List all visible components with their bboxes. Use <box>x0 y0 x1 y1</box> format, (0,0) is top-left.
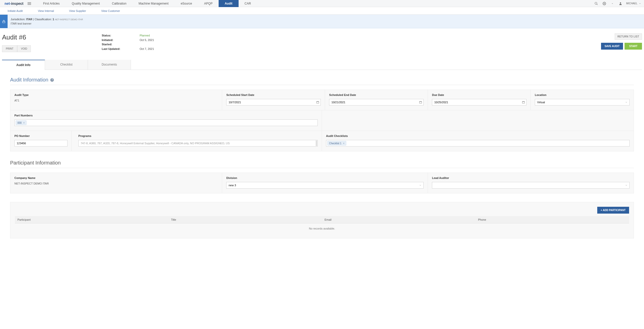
audit-checklists-input[interactable]: Checklist 1× <box>326 140 630 147</box>
sub-nav: Initiate Audit View Internal View Suppli… <box>0 7 644 15</box>
svg-rect-13 <box>522 101 525 104</box>
svg-rect-9 <box>420 101 422 104</box>
field-division: Division <box>222 173 428 193</box>
status-status-label: Status: <box>102 33 140 38</box>
status-initiated-value: Oct 5, 2021 <box>140 38 154 43</box>
participant-table: Participant Title Email Phone No records… <box>15 216 629 234</box>
svg-point-0 <box>595 2 597 4</box>
location-select[interactable] <box>535 99 630 106</box>
scheduled-end-label: Scheduled End Date <box>329 93 424 96</box>
divider <box>10 168 634 168</box>
field-scheduled-end: Scheduled End Date <box>325 90 428 110</box>
col-email[interactable]: Email <box>322 216 476 223</box>
menu-icon[interactable] <box>28 2 31 5</box>
chevron-down-icon[interactable] <box>625 101 628 104</box>
lead-auditor-select[interactable] <box>432 182 630 189</box>
nav-apqp[interactable]: APQP <box>198 0 219 7</box>
status-started-label: Started: <box>102 42 140 47</box>
return-to-list-button[interactable]: RETURN TO LIST <box>615 33 642 40</box>
subnav-view-customer[interactable]: View Customer <box>94 7 127 14</box>
status-updated-value: Oct 7, 2021 <box>140 47 154 51</box>
company-name-label: Company Name <box>14 176 218 179</box>
add-participant-button[interactable]: + ADD PARTICIPANT <box>597 207 629 214</box>
banner-classification-value: 1 <box>53 18 54 21</box>
audit-info-title-text: Audit Information <box>10 77 48 83</box>
empty-state: No records available. <box>15 223 629 234</box>
audit-type-label: Audit Type <box>14 93 218 96</box>
void-button[interactable]: VOID <box>17 45 31 52</box>
svg-rect-4 <box>3 21 5 23</box>
logo-part1: net <box>5 2 10 6</box>
svg-line-1 <box>596 4 597 5</box>
chevron-down-icon[interactable] <box>419 184 422 187</box>
audit-info-title: Audit Information ? <box>10 77 634 83</box>
gear-icon[interactable] <box>602 1 607 6</box>
division-label: Division <box>226 176 424 179</box>
svg-point-3 <box>620 2 621 4</box>
top-right: MICHAEL <box>594 1 644 6</box>
nav-car[interactable]: CAR <box>239 0 257 7</box>
po-number-input[interactable] <box>14 140 67 147</box>
col-title[interactable]: Title <box>169 216 322 223</box>
gear-chevron-icon[interactable] <box>610 1 615 6</box>
calendar-icon[interactable] <box>419 101 422 104</box>
scheduled-end-input[interactable] <box>329 99 424 106</box>
logo-part2: inspect <box>11 2 24 6</box>
banner-jurisdiction-label: Jurisdiction: <box>11 18 25 21</box>
banner-subtitle: ITAR test banner <box>11 22 83 26</box>
tab-audit-info[interactable]: Audit Info <box>2 60 45 70</box>
due-date-input[interactable] <box>432 99 526 106</box>
part-numbers-input[interactable]: 000× <box>14 119 318 126</box>
participant-info-title: Participant Information <box>10 160 634 166</box>
field-lead-auditor: Lead Auditor <box>428 173 634 193</box>
scheduled-start-input[interactable] <box>226 99 321 106</box>
chevron-down-icon[interactable] <box>625 184 628 187</box>
chevron-down-icon <box>639 3 641 5</box>
part-number-chip-label: 000 <box>17 121 22 124</box>
banner-text: Jurisdiction: ITAR | Classification: 1 N… <box>8 15 86 28</box>
tab-documents[interactable]: Documents <box>88 60 131 70</box>
itar-banner: Jurisdiction: ITAR | Classification: 1 N… <box>0 15 644 28</box>
calendar-icon[interactable] <box>316 101 319 104</box>
close-icon[interactable]: × <box>23 121 25 124</box>
divider <box>10 85 634 85</box>
user-icon[interactable] <box>618 1 623 6</box>
field-due-date: Due Date <box>428 90 531 110</box>
po-number-label: PO Number <box>14 134 67 137</box>
status-updated-label: Last Updated: <box>102 47 140 51</box>
lead-auditor-label: Lead Auditor <box>432 176 630 179</box>
nav-first-articles[interactable]: First Articles <box>37 0 66 7</box>
save-audit-button[interactable]: SAVE AUDIT <box>601 43 623 50</box>
subnav-initiate-audit[interactable]: Initiate Audit <box>0 7 30 14</box>
po-programs-wrapper: PO Number Programs 747-8, A380, 787, A32… <box>10 131 322 151</box>
close-icon[interactable]: × <box>343 142 344 145</box>
lock-icon <box>0 15 8 28</box>
col-participant[interactable]: Participant <box>15 216 169 223</box>
tabs: Audit Info Checklist Documents <box>2 60 642 70</box>
nav-audit[interactable]: Audit <box>219 0 239 7</box>
logo[interactable]: net-inspect <box>0 2 27 6</box>
user-menu[interactable]: MICHAEL <box>626 2 641 5</box>
checklist-chip-label: Checklist 1 <box>329 142 341 145</box>
start-button[interactable]: START <box>625 43 642 50</box>
scheduled-start-label: Scheduled Start Date <box>226 93 321 96</box>
col-phone[interactable]: Phone <box>476 216 629 223</box>
nav-machine-management[interactable]: Machine Management <box>132 0 175 7</box>
part-numbers-label: Part Numbers <box>14 114 318 117</box>
field-scheduled-start: Scheduled Start Date <box>222 90 325 110</box>
field-po-number: PO Number <box>10 131 72 151</box>
programs-input[interactable]: 747-8, A380, 787, A320, 787-8, Honeywell… <box>78 140 318 147</box>
nav-calibration[interactable]: Calibration <box>106 0 132 7</box>
search-icon[interactable] <box>594 1 599 6</box>
division-select[interactable] <box>226 182 424 189</box>
nav-quality-management[interactable]: Quality Management <box>66 0 106 7</box>
subnav-view-supplier[interactable]: View Supplier <box>61 7 94 14</box>
help-icon[interactable]: ? <box>50 78 54 82</box>
print-button[interactable]: PRINT <box>2 45 17 52</box>
calendar-icon[interactable] <box>522 101 525 104</box>
subnav-view-internal[interactable]: View Internal <box>30 7 61 14</box>
svg-rect-5 <box>317 101 319 104</box>
tab-checklist[interactable]: Checklist <box>45 60 88 70</box>
nav-esource[interactable]: eSource <box>175 0 198 7</box>
scrollbar[interactable] <box>316 140 317 146</box>
